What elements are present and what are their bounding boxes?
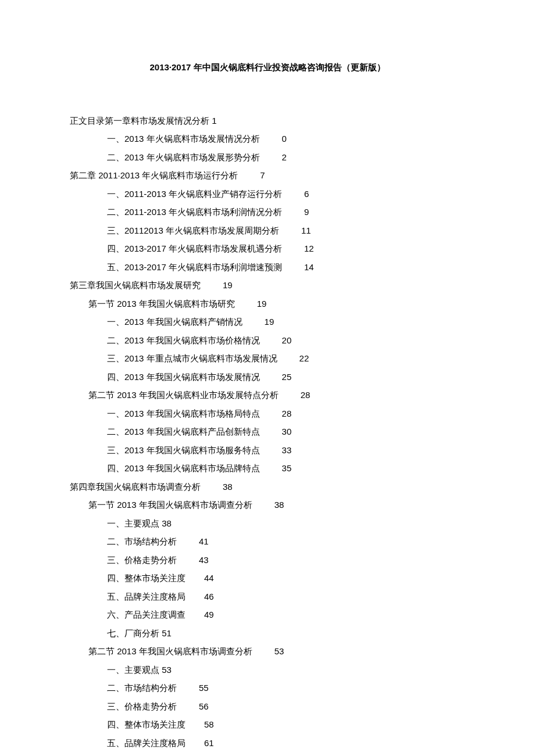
toc-text: 三、价格走势分析: [107, 555, 177, 565]
table-of-contents: 正文目录第一章料市场发展情况分析 1一、2013 年火锅底料市场发展情况分析0二…: [70, 112, 465, 757]
toc-page-number: 20: [282, 335, 292, 345]
toc-line: 正文目录第一章料市场发展情况分析 1: [70, 112, 465, 130]
toc-page-number: 28: [301, 390, 311, 400]
toc-page-number: 0: [282, 134, 287, 144]
toc-page-number: 11: [301, 225, 311, 235]
toc-line: 第四章我国火锅底料市场调查分析38: [70, 478, 465, 496]
toc-text: 四、2013 年我国火锅底料市场发展情况: [107, 372, 260, 382]
toc-page-number: 19: [265, 317, 274, 327]
toc-line: 第三章我国火锅底料市场发展研究19: [70, 276, 465, 295]
toc-page-number: 19: [223, 280, 233, 290]
toc-line: 二、2011-2013 年火锅底料市场利润情况分析9: [70, 203, 465, 221]
toc-text: 一、主要观点 38: [107, 518, 172, 528]
toc-page-number: 46: [204, 592, 214, 601]
toc-page-number: 19: [257, 299, 267, 309]
toc-text: 第一节 2013 年我国火锅底料市场调查分析: [88, 500, 252, 510]
toc-page-number: 43: [199, 555, 209, 565]
toc-text: 第三章我国火锅底料市场发展研究: [70, 280, 201, 290]
toc-text: 四、整体市场关注度: [107, 719, 186, 729]
toc-line: 一、2013 年火锅底料市场发展情况分析0: [70, 130, 465, 148]
toc-text: 第一节 2013 年我国火锅底料市场研究: [88, 299, 235, 309]
toc-line: 一、2013 年我国火锅底料产销情况19: [70, 313, 465, 331]
toc-text: 第二节 2013 年我国火锅底料业市场发展特点分析: [88, 390, 279, 400]
toc-text: 五、2013-2017 年火锅底料市场利润增速预测: [107, 262, 282, 272]
toc-line: 第一节 2013 年我国火锅底料市场调查分析38: [70, 496, 465, 514]
toc-page-number: 2: [282, 152, 287, 162]
toc-line: 第二节 2013 年我国火锅底料市场调查分析53: [70, 642, 465, 661]
toc-text: 二、2011-2013 年火锅底料市场利润情况分析: [107, 207, 282, 217]
toc-text: 三、2013 年重点城市火锅底料市场发展情况: [107, 353, 277, 363]
toc-line: 五、品牌关注度格局61: [70, 734, 465, 753]
toc-text: 一、2013 年火锅底料市场发展情况分析: [107, 134, 260, 144]
toc-text: 四、整体市场关注度: [107, 573, 186, 583]
toc-text: 三、价格走势分析: [107, 701, 177, 711]
toc-page-number: 56: [199, 701, 209, 711]
toc-text: 二、2013 年我国火锅底料市场价格情况: [107, 335, 260, 345]
toc-line: 一、主要观点 53: [70, 661, 465, 679]
toc-text: 五、品牌关注度格局: [107, 738, 186, 748]
toc-line: 三、20112013 年火锅底料市场发展周期分析11: [70, 221, 465, 240]
toc-text: 三、20112013 年火锅底料市场发展周期分析: [107, 225, 279, 235]
toc-page-number: 33: [282, 445, 292, 455]
toc-line: 第一节 2013 年我国火锅底料市场研究19: [70, 295, 465, 313]
toc-line: 二、市场结构分析55: [70, 679, 465, 697]
toc-page-number: 38: [274, 500, 284, 510]
toc-page-number: 53: [274, 646, 284, 656]
toc-line: 二、市场结构分析41: [70, 532, 465, 551]
toc-text: 七、厂商分析 51: [107, 628, 172, 638]
toc-page-number: 38: [223, 482, 233, 492]
toc-line: 三、价格走势分析43: [70, 551, 465, 569]
toc-line: 四、2013 年我国火锅底料市场发展情况25: [70, 368, 465, 386]
toc-line: 一、2013 年我国火锅底料市场格局特点28: [70, 404, 465, 423]
toc-page-number: 9: [304, 207, 309, 217]
toc-line: 二、2013 年火锅底料市场发展形势分析2: [70, 148, 465, 167]
toc-line: 第二节 2013 年我国火锅底料业市场发展特点分析28: [70, 386, 465, 404]
toc-text: 一、2011-2013 年火锅底料业产销存运行分析: [107, 189, 282, 199]
toc-line: 四、2013 年我国火锅底料市场品牌特点35: [70, 459, 465, 478]
toc-page-number: 14: [304, 262, 314, 272]
toc-text: 四、2013-2017 年火锅底料市场发展机遇分析: [107, 243, 282, 253]
toc-page-number: 35: [282, 463, 292, 473]
toc-line: 二、2013 年我国火锅底料产品创新特点30: [70, 422, 465, 441]
toc-text: 第四章我国火锅底料市场调查分析: [70, 482, 201, 492]
toc-page-number: 44: [204, 573, 214, 583]
toc-line: 六、产品关注度调查63: [70, 752, 465, 756]
document-page: 2013·2017 年中国火锅底料行业投资战略咨询报告（更新版） 正文目录第一章…: [0, 0, 535, 756]
toc-text: 四、2013 年我国火锅底料市场品牌特点: [107, 463, 260, 473]
toc-text: 第二章 2011·2013 年火锅底料市场运行分析: [70, 170, 238, 180]
toc-page-number: 55: [199, 683, 209, 693]
toc-line: 四、2013-2017 年火锅底料市场发展机遇分析12: [70, 239, 465, 258]
toc-page-number: 6: [304, 189, 309, 199]
toc-text: 三、2013 年我国火锅底料市场服务特点: [107, 445, 260, 455]
toc-page-number: 41: [199, 536, 209, 546]
toc-page-number: 28: [282, 409, 292, 418]
toc-line: 一、主要观点 38: [70, 514, 465, 533]
toc-line: 一、2011-2013 年火锅底料业产销存运行分析6: [70, 185, 465, 203]
toc-text: 二、2013 年我国火锅底料产品创新特点: [107, 427, 260, 436]
toc-line: 三、价格走势分析56: [70, 697, 465, 716]
toc-page-number: 30: [282, 427, 292, 436]
toc-text: 五、品牌关注度格局: [107, 592, 186, 601]
toc-line: 六、产品关注度调查49: [70, 605, 465, 624]
toc-line: 七、厂商分析 51: [70, 624, 465, 643]
toc-line: 第二章 2011·2013 年火锅底料市场运行分析7: [70, 166, 465, 185]
toc-page-number: 49: [204, 610, 214, 619]
toc-text: 正文目录第一章料市场发展情况分析 1: [70, 116, 217, 126]
toc-line: 五、品牌关注度格局46: [70, 587, 465, 606]
toc-text: 一、主要观点 53: [107, 665, 172, 675]
document-title: 2013·2017 年中国火锅底料行业投资战略咨询报告（更新版）: [70, 58, 465, 77]
toc-line: 三、2013 年重点城市火锅底料市场发展情况22: [70, 349, 465, 368]
toc-text: 二、2013 年火锅底料市场发展形势分析: [107, 152, 260, 162]
toc-text: 六、产品关注度调查: [107, 610, 186, 619]
toc-line: 三、2013 年我国火锅底料市场服务特点33: [70, 441, 465, 460]
toc-line: 二、2013 年我国火锅底料市场价格情况20: [70, 331, 465, 350]
toc-line: 四、整体市场关注度58: [70, 715, 465, 734]
toc-text: 一、2013 年我国火锅底料产销情况: [107, 317, 242, 327]
toc-page-number: 22: [299, 353, 309, 363]
toc-page-number: 7: [260, 170, 265, 180]
toc-text: 二、市场结构分析: [107, 536, 177, 546]
toc-page-number: 58: [204, 719, 214, 729]
toc-line: 五、2013-2017 年火锅底料市场利润增速预测14: [70, 258, 465, 277]
toc-text: 二、市场结构分析: [107, 683, 177, 693]
toc-text: 第二节 2013 年我国火锅底料市场调查分析: [88, 646, 252, 656]
